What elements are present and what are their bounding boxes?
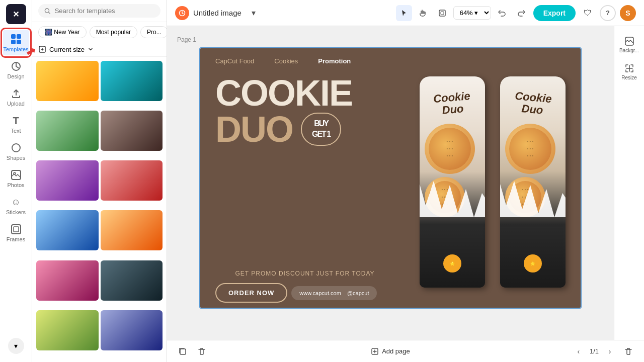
right-panel-background[interactable]: Backgr... bbox=[617, 32, 641, 57]
main-area: Untitled image ▾ 64% ▾ bbox=[167, 0, 644, 362]
sidebar-item-label: Shapes bbox=[7, 155, 25, 161]
right-panel-resize[interactable]: Resize bbox=[617, 59, 641, 84]
filter-tag-new-year[interactable]: 🎆 New Year bbox=[38, 26, 87, 38]
svg-rect-1 bbox=[17, 34, 21, 39]
frame-tool-button[interactable] bbox=[434, 5, 450, 21]
template-thumb[interactable] bbox=[36, 61, 99, 101]
hand-tool-button[interactable] bbox=[415, 5, 431, 21]
more-button[interactable]: ▾ bbox=[4, 334, 28, 358]
sidebar-item-frames[interactable]: Frames bbox=[3, 220, 29, 245]
website-url: www.capcut.com bbox=[299, 290, 341, 296]
sidebar-item-upload[interactable]: Upload bbox=[3, 84, 29, 110]
canvas-frame[interactable]: CapCut Food Cookies Promotion COOKIE DUO bbox=[199, 47, 582, 309]
sidebar-item-shapes[interactable]: Shapes bbox=[3, 139, 29, 164]
help-button[interactable]: ? bbox=[600, 5, 616, 21]
stickers-icon: ☺ bbox=[10, 196, 22, 208]
redo-button[interactable] bbox=[513, 5, 529, 21]
top-bar: Untitled image ▾ 64% ▾ bbox=[167, 0, 644, 26]
design-left: COOKIE DUO BUY GET 1 GET bbox=[200, 70, 410, 308]
svg-rect-14 bbox=[441, 12, 444, 15]
templates-grid bbox=[32, 57, 167, 362]
template-thumb[interactable] bbox=[36, 160, 99, 201]
pointer-tool-button[interactable] bbox=[396, 5, 412, 21]
app-logo[interactable]: ✕ bbox=[6, 4, 26, 24]
template-thumb[interactable] bbox=[36, 260, 99, 301]
filter-tag-label: Most popular bbox=[96, 29, 131, 36]
prev-page-button[interactable]: ‹ bbox=[572, 344, 586, 358]
social-handle: @capcut bbox=[347, 290, 369, 296]
resize-label: Resize bbox=[621, 75, 637, 80]
template-thumb[interactable] bbox=[101, 310, 163, 350]
sidebar-item-design[interactable]: Design bbox=[3, 57, 29, 82]
website-box: www.capcut.com @capcut bbox=[291, 286, 377, 300]
add-page-icon bbox=[371, 347, 379, 355]
template-thumb[interactable] bbox=[36, 210, 99, 250]
sidebar-item-stickers[interactable]: ☺ Stickers bbox=[3, 193, 29, 218]
upload-icon bbox=[10, 87, 22, 100]
delete-page-button[interactable] bbox=[194, 344, 209, 359]
search-input-wrap[interactable] bbox=[38, 4, 160, 18]
sidebar-item-text[interactable]: T Text bbox=[3, 112, 29, 137]
undo-icon bbox=[498, 9, 506, 17]
sidebar-item-label: Frames bbox=[7, 236, 25, 242]
current-size-bar[interactable]: Current size bbox=[32, 42, 167, 57]
cookie-title-group: COOKIE DUO BUY GET 1 bbox=[215, 75, 394, 147]
zoom-select[interactable]: 64% ▾ bbox=[453, 6, 491, 20]
sidebar-item-label: Photos bbox=[7, 182, 24, 188]
sidebar-item-templates[interactable]: Templates bbox=[3, 30, 29, 55]
filter-tag-label: Pro... bbox=[147, 29, 162, 36]
template-thumb[interactable] bbox=[101, 260, 163, 301]
add-page-button[interactable]: Add page bbox=[365, 344, 416, 358]
template-thumb[interactable] bbox=[101, 61, 163, 101]
search-input[interactable] bbox=[55, 7, 154, 15]
nav-item-capcut: CapCut Food bbox=[215, 57, 254, 65]
chevron-down-icon bbox=[88, 46, 94, 52]
duplicate-page-button[interactable] bbox=[175, 344, 190, 359]
pointer-icon bbox=[400, 9, 408, 17]
svg-rect-16 bbox=[180, 349, 186, 354]
text-icon: T bbox=[10, 115, 22, 127]
cookie-duo: DUO BUY GET 1 bbox=[215, 111, 394, 147]
design-nav: CapCut Food Cookies Promotion bbox=[200, 48, 581, 70]
pack-label-left: CookieDuo bbox=[424, 89, 481, 118]
buy-line2: GET 1 bbox=[312, 129, 330, 140]
template-thumb[interactable] bbox=[101, 111, 163, 151]
duo-text: DUO bbox=[215, 111, 293, 147]
pack-body-left: CookieDuo bbox=[420, 76, 485, 288]
background-label: Backgr... bbox=[619, 48, 639, 53]
next-page-button[interactable]: › bbox=[603, 344, 617, 358]
svg-rect-9 bbox=[14, 227, 19, 232]
search-bar bbox=[32, 0, 167, 22]
canvas-content: CapCut Food Cookies Promotion COOKIE DUO bbox=[200, 48, 581, 308]
template-thumb[interactable] bbox=[36, 310, 99, 350]
sidebar-item-label: Design bbox=[7, 73, 24, 79]
avatar[interactable]: S bbox=[620, 5, 636, 21]
filter-tag-popular[interactable]: Most popular bbox=[90, 26, 137, 38]
pack-badge-right: 🌟 bbox=[524, 254, 542, 273]
current-size-label: Current size bbox=[49, 46, 85, 53]
cookie-circle bbox=[425, 124, 475, 174]
export-button[interactable]: Export bbox=[533, 5, 576, 21]
filter-tag-pro[interactable]: Pro... bbox=[140, 26, 167, 38]
template-thumb[interactable] bbox=[101, 210, 163, 250]
cookie-title: COOKIE bbox=[215, 75, 394, 111]
delete-icon bbox=[197, 347, 206, 356]
cookie-pack-right: CookieDuo 🌟 bbox=[500, 76, 571, 308]
sidebar-item-label: Stickers bbox=[6, 209, 26, 215]
design-icon bbox=[10, 60, 22, 72]
trash-button[interactable] bbox=[621, 344, 636, 359]
title-dropdown-button[interactable]: ▾ bbox=[246, 5, 262, 21]
right-panel: Backgr... Resize bbox=[614, 26, 644, 340]
template-thumb[interactable] bbox=[36, 111, 99, 151]
current-size-icon bbox=[38, 45, 46, 53]
filter-tag-label: 🎆 New Year bbox=[45, 29, 80, 36]
doc-icon bbox=[175, 6, 189, 20]
undo-button[interactable] bbox=[494, 5, 510, 21]
sidebar-item-photos[interactable]: Photos bbox=[3, 166, 29, 191]
sidebar-item-label: Upload bbox=[7, 101, 25, 107]
template-thumb[interactable] bbox=[101, 160, 163, 201]
shield-button[interactable]: 🛡 bbox=[580, 5, 596, 21]
bottom-center: Add page bbox=[365, 344, 416, 358]
search-icon bbox=[44, 8, 51, 15]
shapes-icon bbox=[10, 142, 22, 154]
